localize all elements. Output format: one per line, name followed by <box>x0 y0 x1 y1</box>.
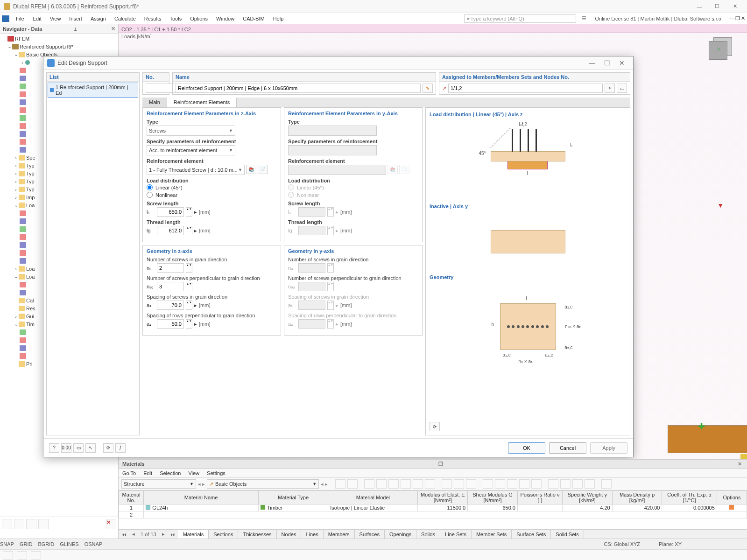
dialog-titlebar[interactable]: Edit Design Support — ☐ ✕ <box>43 56 633 70</box>
col-shear[interactable]: Shear Modulus G [N/mm²] <box>468 491 518 504</box>
n0-z-input[interactable] <box>157 263 184 273</box>
tree-item[interactable]: Imp <box>26 195 35 200</box>
close-button[interactable]: ✕ <box>726 2 743 11</box>
structure-select[interactable]: Structure▼ <box>121 479 196 489</box>
refresh-icon[interactable]: ⟳ <box>103 443 113 453</box>
dialog-minimize[interactable]: — <box>585 59 599 67</box>
materials-table[interactable]: Material No. Material Name Material Type… <box>119 490 747 529</box>
spinner[interactable]: ▲▼ <box>186 301 192 310</box>
assign-pick-icon[interactable]: ⌖ <box>605 84 615 93</box>
type-z-select[interactable]: Screws▼ <box>147 126 235 136</box>
tab-last[interactable]: ⏭ <box>168 530 178 539</box>
col-options[interactable]: Options <box>717 491 747 504</box>
picker-icon[interactable]: ▸ <box>194 321 197 327</box>
mat-menu-selection[interactable]: Selection <box>160 470 181 476</box>
menu-insert[interactable]: Insert <box>65 14 86 23</box>
menu-tools[interactable]: Tools <box>166 14 185 23</box>
tab-reinforcement-elements[interactable]: Reinforcement Elements <box>167 98 237 107</box>
tab-sections[interactable]: Sections <box>209 530 238 539</box>
tab-prev[interactable]: ◂ <box>129 530 138 539</box>
col-no[interactable]: Material No. <box>119 491 144 504</box>
nav-tool-2[interactable] <box>14 519 24 529</box>
pin-icon[interactable]: ⟂ <box>74 26 77 32</box>
col-weight[interactable]: Specific Weight γ [kN/m³] <box>562 491 612 504</box>
minimize-button[interactable]: — <box>691 2 708 11</box>
mat-menu-view[interactable]: View <box>188 470 199 476</box>
menu-calculate[interactable]: Calculate <box>111 14 140 23</box>
col-modulus[interactable]: Modulus of Elast. E [N/mm²] <box>418 491 468 504</box>
menu-edit[interactable]: Edit <box>29 14 45 23</box>
mat-tool[interactable] <box>335 479 345 489</box>
dialog-close[interactable]: ✕ <box>614 59 629 67</box>
status-icon[interactable] <box>3 551 13 560</box>
tab-thicknesses[interactable]: Thicknesses <box>238 530 276 539</box>
tree-item[interactable]: Loa <box>26 266 35 272</box>
tree-root[interactable]: RFEM <box>15 36 29 42</box>
mat-tool[interactable] <box>466 479 476 489</box>
mat-tool[interactable] <box>601 479 612 489</box>
glines-toggle[interactable]: GLINES <box>60 541 78 547</box>
tree-item[interactable]: Typ <box>26 179 35 184</box>
assigned-input[interactable] <box>448 84 603 93</box>
radio-linear-z[interactable] <box>147 184 153 190</box>
mat-menu-goto[interactable]: Go To <box>122 470 136 476</box>
spinner[interactable]: ▲▼ <box>186 263 192 273</box>
mat-tool[interactable] <box>401 479 411 489</box>
mat-tool[interactable] <box>454 479 464 489</box>
tab-members[interactable]: Members <box>324 530 355 539</box>
col-density[interactable]: Mass Density ρ [kg/m³] <box>612 491 662 504</box>
nav-tool-delete[interactable]: ✕ <box>106 519 116 529</box>
menu-window[interactable]: Window <box>212 14 238 23</box>
mat-tool[interactable] <box>572 479 583 489</box>
list-item-selected[interactable]: 1 Reinforced Support | 200mm | Ed <box>48 83 138 98</box>
tab-openings[interactable]: Openings <box>385 530 416 539</box>
category-select[interactable]: ↗Basic Objects▼ <box>207 479 319 489</box>
mat-tool[interactable] <box>507 479 517 489</box>
view-icon[interactable]: ▭ <box>73 443 84 453</box>
preview-tool-icon[interactable]: ⟳ <box>430 422 440 431</box>
tab-main[interactable]: Main <box>142 98 167 107</box>
menu-help[interactable]: Help <box>269 14 288 23</box>
pick-icon[interactable]: ↖ <box>85 443 96 453</box>
a1-z-input[interactable] <box>157 301 184 310</box>
menu-cadbim[interactable]: CAD-BIM <box>239 14 268 23</box>
nav-tool-1[interactable] <box>2 519 12 529</box>
keyword-search[interactable]: ▸ Type a keyword (Alt+Q) <box>464 14 576 23</box>
camera-icon[interactable] <box>31 551 41 560</box>
tab-surfaces[interactable]: Surfaces <box>355 530 385 539</box>
script-icon[interactable]: ƒ <box>115 443 126 453</box>
tab-first[interactable]: ⏮ <box>119 530 129 539</box>
doc-min[interactable]: — <box>729 15 734 21</box>
n90-z-input[interactable] <box>157 282 184 291</box>
picker-icon[interactable]: ▸ <box>194 302 197 308</box>
mat-tool[interactable] <box>560 479 571 489</box>
mat-menu-edit[interactable]: Edit <box>143 470 152 476</box>
edit-name-icon[interactable]: ✎ <box>423 84 433 93</box>
view-cube[interactable]: -Y <box>705 34 738 66</box>
mat-tool[interactable] <box>531 479 542 489</box>
panel-close[interactable]: ✕ <box>737 461 743 467</box>
menu-view[interactable]: View <box>46 14 65 23</box>
picker-icon[interactable]: ▸ <box>194 209 197 215</box>
radio-nonlinear-z[interactable] <box>147 192 153 198</box>
tree-item[interactable]: Loa <box>26 203 35 208</box>
spinner[interactable]: ▲▼ <box>186 319 192 329</box>
mat-tool[interactable] <box>483 479 493 489</box>
mat-tool[interactable] <box>425 479 435 489</box>
eye-icon[interactable] <box>17 551 27 560</box>
snap-toggle[interactable]: SNAP <box>0 541 14 547</box>
element-lib-icon[interactable]: 📚 <box>246 165 256 174</box>
tab-nodes[interactable]: Nodes <box>277 530 302 539</box>
tab-surfacesets[interactable]: Surface Sets <box>512 530 551 539</box>
table-row[interactable]: 1 GL24h Timber Isotropic | Linear Elasti… <box>119 504 747 511</box>
tree-item[interactable]: Tim <box>26 322 35 327</box>
mat-menu-settings[interactable]: Settings <box>207 470 226 476</box>
tab-next[interactable]: ▸ <box>159 530 168 539</box>
tab-lines[interactable]: Lines <box>301 530 323 539</box>
doc-close[interactable]: ✕ <box>741 15 745 21</box>
menu-file[interactable]: File <box>12 14 28 23</box>
doc-max[interactable]: ❐ <box>735 15 740 21</box>
help-icon[interactable]: ? <box>49 443 59 453</box>
spinner[interactable]: ▲▼ <box>186 207 192 217</box>
tab-solids[interactable]: Solids <box>416 530 440 539</box>
